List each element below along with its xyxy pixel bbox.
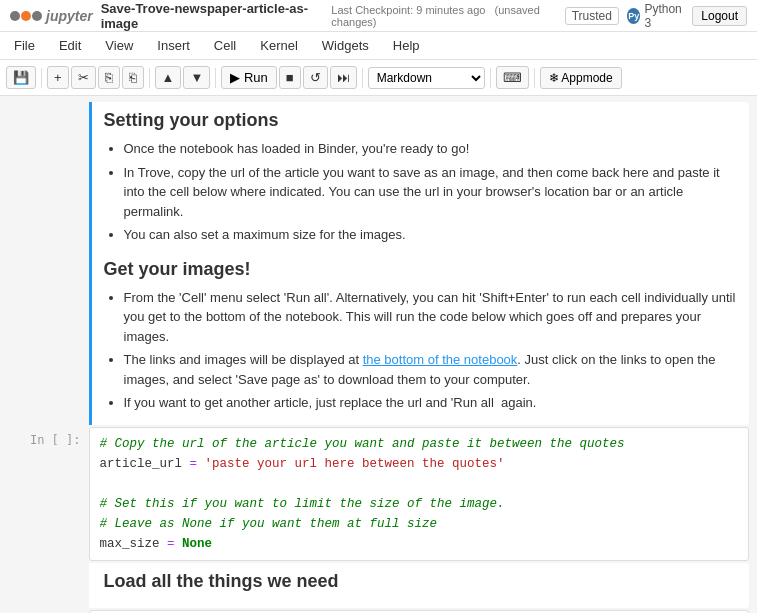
menu-view[interactable]: View [101, 36, 137, 55]
logo-circle-left [10, 11, 20, 21]
list-item: Once the notebook has loaded in Binder, … [124, 139, 737, 159]
cell-type-select[interactable]: Markdown Code Raw NBConvert [368, 67, 485, 89]
code-equals: = [167, 537, 175, 551]
skip-button[interactable]: ⏭ [330, 66, 357, 89]
menu-file[interactable]: File [10, 36, 39, 55]
trusted-badge: Trusted [565, 7, 619, 25]
menu-kernel[interactable]: Kernel [256, 36, 302, 55]
code-cell-1: In [ ]: # Copy the url of the article yo… [9, 427, 749, 561]
list-item: The links and images will be displayed a… [124, 350, 737, 389]
toolbar: 💾 + ✂ ⎘ ⎗ ▲ ▼ ▶ Run ■ ↺ ⏭ Markdown Code … [0, 60, 757, 96]
restart-button[interactable]: ↺ [303, 66, 328, 89]
toolbar-sep-3 [215, 68, 216, 88]
jupyter-text: jupyter [46, 8, 93, 24]
cell-content-1: Setting your options Once the notebook h… [89, 102, 749, 425]
logout-button[interactable]: Logout [692, 6, 747, 26]
notebook: Setting your options Once the notebook h… [0, 96, 757, 613]
code-line: # Set this if you want to limit the size… [100, 494, 738, 514]
code-line: # Copy the url of the article you want a… [100, 434, 738, 454]
code-string: 'paste your url here between the quotes' [205, 457, 505, 471]
heading-setting-options: Setting your options [104, 110, 737, 131]
code-line: # Leave as None if you want them at full… [100, 514, 738, 534]
menu-help[interactable]: Help [389, 36, 424, 55]
cell-gutter-1 [9, 102, 89, 425]
toolbar-sep-6 [534, 68, 535, 88]
topbar: jupyter Save-Trove-newspaper-article-as-… [0, 0, 757, 32]
jupyter-logo-circles [10, 11, 42, 21]
code-content-2[interactable]: import requests from IPython.display imp… [89, 610, 749, 614]
list-item: You can also set a maximum size for the … [124, 225, 737, 245]
jupyter-logo: jupyter [10, 8, 93, 24]
cell-gutter-2 [9, 563, 89, 608]
menu-insert[interactable]: Insert [153, 36, 194, 55]
checkpoint-info: Last Checkpoint: 9 minutes ago (unsaved … [331, 4, 564, 28]
menu-edit[interactable]: Edit [55, 36, 85, 55]
menubar: File Edit View Insert Cell Kernel Widget… [0, 32, 757, 60]
toolbar-sep-1 [41, 68, 42, 88]
run-button[interactable]: ▶ Run [221, 66, 276, 89]
list-item: From the 'Cell' menu select 'Run all'. A… [124, 288, 737, 347]
code-cell-2: In [ ]: import requests from IPython.dis… [9, 610, 749, 614]
markdown-cell-2: Load all the things we need [9, 563, 749, 608]
list-item: If you want to get another article, just… [124, 393, 737, 413]
code-comment: # Leave as None if you want them at full… [100, 517, 438, 531]
menu-cell[interactable]: Cell [210, 36, 240, 55]
notebook-title: Save-Trove-newspaper-article-as-image [101, 1, 324, 31]
code-content-1[interactable]: # Copy the url of the article you want a… [89, 427, 749, 561]
heading-get-images: Get your images! [104, 259, 737, 280]
code-comment: # Copy the url of the article you want a… [100, 437, 625, 451]
cut-button[interactable]: ✂ [71, 66, 96, 89]
code-gutter-1: In [ ]: [9, 427, 89, 561]
get-images-list: From the 'Cell' menu select 'Run all'. A… [124, 288, 737, 413]
move-down-button[interactable]: ▼ [183, 66, 210, 89]
stop-button[interactable]: ■ [279, 66, 301, 89]
code-line: max_size = None [100, 534, 738, 554]
paste-button[interactable]: ⎗ [122, 66, 144, 89]
list-item: In Trove, copy the url of the article yo… [124, 163, 737, 222]
logo-circle-center [21, 11, 31, 21]
code-var: article_url [100, 457, 183, 471]
code-gutter-2: In [ ]: [9, 610, 89, 614]
cell-content-2: Load all the things we need [89, 563, 749, 608]
copy-button[interactable]: ⎘ [98, 66, 120, 89]
code-var: max_size [100, 537, 160, 551]
code-line: article_url = 'paste your url here betwe… [100, 454, 738, 474]
save-button[interactable]: 💾 [6, 66, 36, 89]
python-badge: Py Python 3 [627, 2, 684, 30]
menu-widgets[interactable]: Widgets [318, 36, 373, 55]
topbar-right: Trusted Py Python 3 Logout [565, 2, 747, 30]
move-up-button[interactable]: ▲ [155, 66, 182, 89]
toolbar-sep-5 [490, 68, 491, 88]
bottom-link[interactable]: the bottom of the notebook [363, 352, 518, 367]
keyboard-button[interactable]: ⌨ [496, 66, 529, 89]
logo-circle-right [32, 11, 42, 21]
code-line [100, 474, 738, 494]
code-none: None [182, 537, 212, 551]
python-icon: Py [627, 8, 640, 24]
appmode-button[interactable]: ❄ Appmode [540, 67, 622, 89]
add-cell-button[interactable]: + [47, 66, 69, 89]
setting-options-list: Once the notebook has loaded in Binder, … [124, 139, 737, 245]
toolbar-sep-4 [362, 68, 363, 88]
topbar-left: jupyter Save-Trove-newspaper-article-as-… [10, 1, 565, 31]
code-comment: # Set this if you want to limit the size… [100, 497, 505, 511]
cell-area: Setting your options Once the notebook h… [9, 96, 749, 613]
toolbar-sep-2 [149, 68, 150, 88]
markdown-cell-1: Setting your options Once the notebook h… [9, 102, 749, 425]
code-equals: = [190, 457, 198, 471]
heading-load-things: Load all the things we need [104, 571, 737, 592]
in-label-1: In [ ]: [30, 433, 81, 447]
